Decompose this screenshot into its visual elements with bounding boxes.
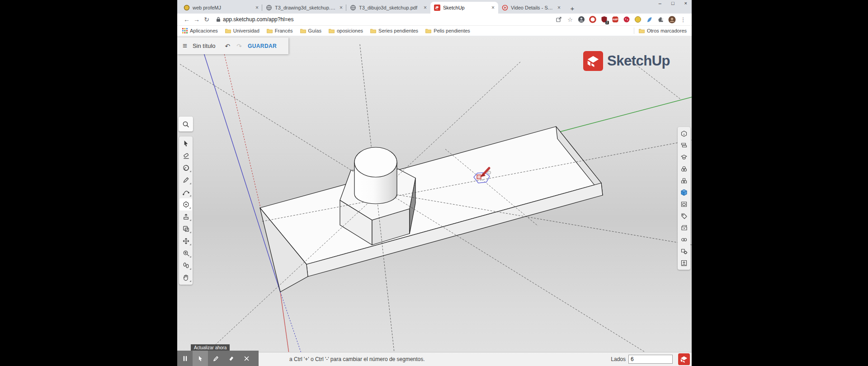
- tab-close-icon[interactable]: ×: [424, 5, 427, 10]
- left-tool-palette: [179, 136, 193, 285]
- save-button[interactable]: GUARDAR: [248, 43, 277, 49]
- bookmark-folder-series[interactable]: Series pendientes: [370, 28, 418, 33]
- address-url[interactable]: app.sketchup.com/app?hl=es: [223, 16, 293, 23]
- instructor-panel-icon[interactable]: [678, 151, 690, 163]
- select-tool[interactable]: [179, 137, 193, 150]
- chrome-menu-icon[interactable]: ⋮: [679, 15, 687, 23]
- sketchup-canvas[interactable]: ≡ Sin título ↶ ↷ GUARDAR SketchUp: [177, 36, 692, 366]
- other-bookmarks[interactable]: Otros marcadores: [639, 28, 687, 33]
- minimize-button[interactable]: –: [659, 0, 661, 6]
- bookmark-folder-universidad[interactable]: Universidad: [225, 28, 259, 33]
- entity-info-panel-icon[interactable]: [678, 128, 690, 140]
- undo-button[interactable]: ↶: [225, 42, 231, 50]
- feather-extension-icon[interactable]: [645, 15, 653, 23]
- tab-sketchup-active[interactable]: SketchUp ×: [430, 2, 498, 14]
- folder-icon: [425, 28, 431, 33]
- components-panel-icon[interactable]: [678, 175, 690, 187]
- bookmark-folder-guias[interactable]: Guías: [300, 28, 321, 33]
- nav-right-icons: ☆ 2 ABP ⋮: [555, 15, 687, 23]
- browser-window: web profeMJ × T3_drawing3d_sketchup.pdf …: [177, 0, 692, 366]
- tab-close-icon[interactable]: ×: [557, 5, 561, 10]
- red-ring-extension-icon[interactable]: [589, 15, 597, 23]
- tab-dibujo3d-pdf[interactable]: T3_dibujo3d_sketchup.pdf ×: [346, 2, 430, 14]
- sketchup-topbar: ≡ Sin título ↶ ↷ GUARDAR: [177, 38, 288, 54]
- extensions-puzzle-icon[interactable]: [656, 15, 665, 23]
- sketchup-favicon: [434, 5, 440, 11]
- bookmark-folder-pelis[interactable]: Pelis pendientes: [425, 28, 470, 33]
- globe-favicon: [350, 5, 356, 11]
- folder-icon: [300, 28, 306, 33]
- tab-web-profemj[interactable]: web profeMJ ×: [180, 2, 262, 14]
- sketchup-corner-logo[interactable]: [676, 353, 691, 366]
- cursor-annotate-button[interactable]: [193, 351, 208, 366]
- move-tool[interactable]: [179, 235, 193, 247]
- eraser-annotate-button[interactable]: [223, 351, 239, 366]
- bookmark-folder-frances[interactable]: Francés: [267, 28, 293, 33]
- sides-input[interactable]: [628, 355, 673, 364]
- styles-panel-icon[interactable]: [678, 187, 690, 198]
- search-tool-button[interactable]: [179, 117, 193, 131]
- tab-drawing3d-pdf[interactable]: T3_drawing3d_sketchup.pdf ×: [262, 2, 346, 14]
- green-axis: [559, 97, 692, 132]
- tab-label: T3_dibujo3d_sketchup.pdf: [359, 5, 420, 10]
- model-settings-panel-icon[interactable]: [678, 245, 690, 257]
- close-button[interactable]: ×: [684, 0, 687, 6]
- shapes-tool[interactable]: [179, 198, 192, 211]
- maximize-button[interactable]: □: [671, 0, 675, 6]
- profile-silhouette-extension-icon[interactable]: [577, 15, 585, 23]
- bookmarks-bar: Aplicaciones Universidad Francés Guías o…: [177, 26, 692, 36]
- pen-annotate-button[interactable]: [208, 351, 223, 366]
- views-panel-icon[interactable]: [678, 198, 690, 210]
- window-controls: – □ ×: [659, 0, 687, 6]
- close-overlay-button[interactable]: [239, 351, 254, 366]
- folder-icon: [370, 28, 376, 33]
- bookmark-folder-oposiciones[interactable]: oposiciones: [329, 28, 363, 33]
- materials-panel-icon[interactable]: [678, 163, 690, 175]
- globe-favicon: [266, 5, 272, 11]
- sketchup-logo-icon: [583, 51, 603, 71]
- tab-label: SketchUp: [443, 5, 488, 10]
- bookmarks-divider: [634, 28, 634, 34]
- pause-button[interactable]: [177, 351, 193, 366]
- line-tool[interactable]: [179, 174, 193, 186]
- push-pull-tool[interactable]: [179, 211, 193, 223]
- back-button[interactable]: ←: [182, 16, 192, 23]
- reload-button[interactable]: ↻: [202, 16, 212, 23]
- tab-close-icon[interactable]: ×: [340, 5, 343, 10]
- tab-close-icon[interactable]: ×: [491, 5, 495, 10]
- walk-tool[interactable]: [179, 259, 193, 272]
- arc-tool[interactable]: [179, 186, 193, 198]
- soften-edges-panel-icon[interactable]: [678, 234, 690, 245]
- pan-tool[interactable]: [179, 272, 193, 284]
- bookmark-star-icon[interactable]: ☆: [566, 15, 574, 23]
- tab-close-icon[interactable]: ×: [255, 5, 259, 10]
- paint-tool[interactable]: [179, 162, 193, 174]
- tags-panel-icon[interactable]: [678, 210, 690, 222]
- profemj-favicon: [184, 5, 190, 11]
- abp-extension-icon[interactable]: ABP: [611, 15, 619, 23]
- adblock-extension-icon[interactable]: [623, 15, 631, 23]
- offset-tool[interactable]: [179, 223, 193, 235]
- scenes-panel-icon[interactable]: [678, 222, 690, 234]
- model-scene: [177, 36, 692, 366]
- yellow-app-extension-icon[interactable]: [634, 15, 642, 23]
- new-tab-button[interactable]: +: [567, 3, 578, 14]
- outliner-panel-icon[interactable]: [678, 140, 690, 151]
- hamburger-menu-icon[interactable]: ≡: [183, 42, 187, 51]
- share-icon[interactable]: [555, 15, 563, 23]
- lock-icon: [216, 17, 221, 22]
- apps-shortcut[interactable]: Aplicaciones: [182, 28, 218, 33]
- redo-button[interactable]: ↷: [236, 42, 242, 50]
- warehouse-panel-icon[interactable]: [678, 257, 690, 269]
- tape-measure-tool[interactable]: [179, 247, 193, 259]
- screencastify-favicon: [502, 5, 508, 11]
- tab-label: Video Details - Screencastify: [511, 5, 554, 10]
- forward-button[interactable]: →: [192, 16, 202, 23]
- account-avatar[interactable]: [668, 15, 676, 23]
- search-icon: [182, 121, 189, 128]
- sketchup-watermark: SketchUp: [583, 51, 670, 71]
- tab-label: web profeMJ: [193, 5, 252, 10]
- eraser-tool[interactable]: [179, 150, 193, 162]
- tab-screencastify[interactable]: Video Details - Screencastify ×: [498, 2, 564, 14]
- shield-extension-icon[interactable]: 2: [600, 15, 608, 23]
